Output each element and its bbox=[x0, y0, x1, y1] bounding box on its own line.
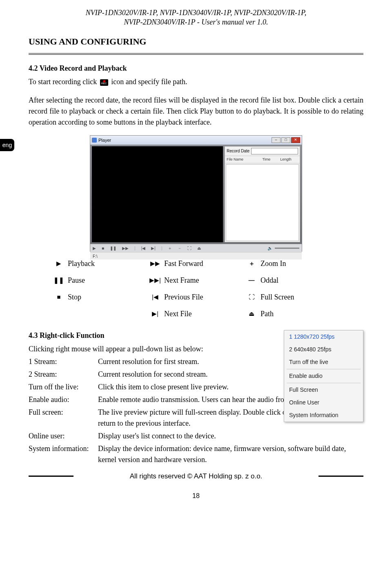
legend-playback: Playback bbox=[68, 258, 146, 269]
menu-item-online-user[interactable]: Online User bbox=[284, 396, 363, 409]
p-start-recording-b: icon and specify file path. bbox=[111, 78, 187, 86]
subsection-4-2-heading: 4.2 Video Record and Playback bbox=[29, 63, 363, 74]
ctrl-play-icon[interactable]: ▶ bbox=[93, 245, 96, 251]
doc-header-line2: NVIP-2DN3040V/IR-1P - User's manual ver … bbox=[29, 18, 363, 27]
legend-next-file: Next File bbox=[164, 308, 243, 319]
menu-item-enable-audio[interactable]: Enable audio bbox=[284, 370, 363, 382]
player-window-title: Player bbox=[98, 137, 111, 144]
p-after-selecting: After selecting the record date, the rec… bbox=[29, 95, 363, 128]
volume-control[interactable]: 🔈 bbox=[267, 245, 299, 251]
next-file-icon: ▶| bbox=[149, 309, 161, 319]
ctrl-stop-icon[interactable]: ■ bbox=[102, 245, 104, 251]
menu-item-system-info[interactable]: System Information bbox=[284, 409, 363, 422]
record-date-select[interactable] bbox=[251, 148, 298, 154]
ctrl-fullscreen-icon[interactable]: ⛶ bbox=[187, 245, 192, 251]
def-term-online-user: Online user: bbox=[29, 431, 98, 442]
section-title: USING AND CONFIGURING bbox=[29, 35, 363, 48]
player-titlebar: Player – □ ✕ bbox=[90, 136, 302, 145]
def-term-turnoff: Turn off the live: bbox=[29, 382, 98, 393]
def-term-system-info: System information: bbox=[29, 443, 98, 454]
player-app-icon bbox=[92, 138, 97, 143]
def-desc-online-user: Display user's list connect to the devic… bbox=[98, 431, 363, 442]
context-menu: 1 1280x720 25fps 2 640x480 25fps Turn of… bbox=[284, 330, 363, 422]
player-window: Player – □ ✕ Record Date File Name Time … bbox=[90, 135, 302, 252]
def-term-stream1: 1 Stream: bbox=[29, 356, 98, 367]
ctrl-plus-icon[interactable]: ＋ bbox=[168, 245, 172, 251]
fullscreen-icon: ⛶ bbox=[246, 293, 257, 302]
legend-next-frame: Next Frame bbox=[164, 275, 243, 286]
legend-full-screen: Full Screen bbox=[261, 292, 339, 303]
ctrl-pause-icon[interactable]: ❚❚ bbox=[110, 245, 116, 251]
record-list-panel: Record Date File Name Time Length bbox=[225, 146, 300, 242]
legend-stop: Stop bbox=[68, 292, 146, 303]
footer-rule: All rights reserved © AAT Holding sp. z … bbox=[29, 471, 363, 482]
menu-item-fullscreen[interactable]: Full Screen bbox=[284, 384, 363, 396]
menu-item-stream1[interactable]: 1 1280x720 25fps bbox=[284, 331, 363, 343]
video-area bbox=[92, 146, 223, 242]
eject-icon: ⏏ bbox=[246, 309, 257, 319]
volume-icon: 🔈 bbox=[267, 245, 272, 251]
record-file-list[interactable] bbox=[226, 164, 299, 241]
minus-icon: — bbox=[246, 276, 257, 285]
def-term-fullscreen: Full screen: bbox=[29, 407, 98, 418]
ctrl-ff-icon[interactable]: ▶▶ bbox=[122, 245, 129, 251]
plus-icon: ＋ bbox=[246, 259, 257, 268]
def-term-stream2: 2 Stream: bbox=[29, 369, 98, 380]
previous-file-icon: |◀ bbox=[149, 293, 161, 302]
footer-copyright: All rights reserved © AAT Holding sp. z … bbox=[74, 471, 318, 482]
menu-item-stream2[interactable]: 2 640x480 25fps bbox=[284, 343, 363, 356]
next-frame-icon: ▶▶| bbox=[149, 276, 161, 285]
ctrl-next-icon[interactable]: ▶| bbox=[151, 245, 156, 251]
legend-previous-file: Previous File bbox=[164, 292, 243, 303]
def-term-enable-audio: Enable audio: bbox=[29, 394, 98, 405]
col-length: Length bbox=[280, 157, 298, 163]
doc-header-line1: NVIP-1DN3020V/IR-1P, NVIP-1DN3040V/IR-1P… bbox=[29, 8, 363, 18]
divider-double-rule bbox=[29, 53, 363, 55]
record-date-label: Record Date bbox=[227, 148, 249, 154]
legend-path: Path bbox=[261, 308, 339, 319]
p-start-recording-a: To start recording click bbox=[29, 78, 99, 86]
p-start-recording: To start recording click icon and specif… bbox=[29, 76, 363, 87]
col-filename: File Name bbox=[227, 157, 263, 163]
rec-icon bbox=[100, 79, 108, 86]
ctrl-eject-icon[interactable]: ⏏ bbox=[197, 245, 201, 251]
ctrl-minus-icon[interactable]: － bbox=[178, 245, 182, 251]
window-buttons: – □ ✕ bbox=[272, 137, 300, 143]
minimize-button[interactable]: – bbox=[272, 137, 281, 143]
ctrl-prev-icon[interactable]: |◀ bbox=[141, 245, 146, 251]
def-desc-system-info: Display the device information: device n… bbox=[98, 443, 363, 465]
player-controls: ▶ ■ ❚❚ ▶▶ | |◀ ▶| | ＋ － ⛶ ⏏ 🔈 bbox=[90, 244, 302, 252]
menu-separator bbox=[287, 383, 361, 383]
fast-forward-icon: ▶▶ bbox=[149, 259, 161, 268]
pause-icon: ❚❚ bbox=[53, 276, 65, 285]
legend-fast-forward: Fast Forward bbox=[164, 258, 243, 269]
icon-legend: ▶ Playback ▶▶ Fast Forward ＋ Zoom In ❚❚ … bbox=[53, 258, 339, 319]
close-button[interactable]: ✕ bbox=[291, 137, 300, 143]
doc-header: NVIP-1DN3020V/IR-1P, NVIP-1DN3040V/IR-1P… bbox=[29, 8, 363, 27]
volume-track[interactable] bbox=[275, 248, 299, 249]
legend-oddal: Oddal bbox=[261, 275, 339, 286]
play-icon: ▶ bbox=[53, 259, 65, 268]
legend-pause: Pause bbox=[68, 275, 146, 286]
menu-item-turnoff[interactable]: Turn off the live bbox=[284, 356, 363, 369]
stop-icon: ■ bbox=[53, 293, 65, 302]
col-time: Time bbox=[263, 157, 281, 163]
menu-separator bbox=[287, 369, 361, 369]
maximize-button[interactable]: □ bbox=[281, 137, 290, 143]
legend-zoom-in: Zoom In bbox=[261, 258, 339, 269]
page-number: 18 bbox=[29, 491, 363, 501]
